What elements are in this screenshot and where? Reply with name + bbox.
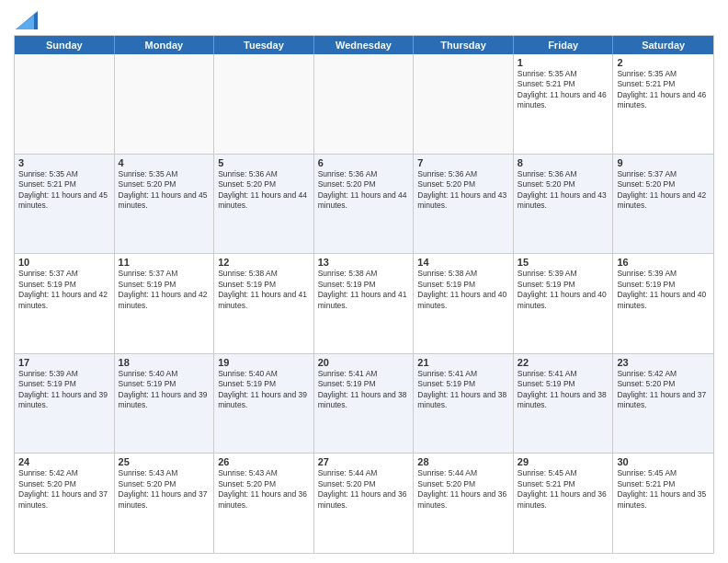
header-day-sunday: Sunday — [15, 36, 115, 54]
day-number: 5 — [218, 157, 310, 168]
calendar-cell-2-1: 11Sunrise: 5:37 AM Sunset: 5:19 PM Dayli… — [115, 254, 215, 353]
cell-info: Sunrise: 5:43 AM Sunset: 5:20 PM Dayligh… — [119, 468, 210, 511]
calendar-cell-1-1: 4Sunrise: 5:35 AM Sunset: 5:20 PM Daylig… — [115, 155, 215, 254]
day-number: 26 — [218, 456, 310, 467]
calendar-row-1: 3Sunrise: 5:35 AM Sunset: 5:21 PM Daylig… — [15, 155, 713, 255]
calendar-cell-0-3 — [314, 54, 415, 154]
day-number: 8 — [518, 157, 609, 168]
header — [14, 9, 714, 29]
cell-info: Sunrise: 5:41 AM Sunset: 5:19 PM Dayligh… — [318, 369, 410, 411]
cell-info: Sunrise: 5:44 AM Sunset: 5:20 PM Dayligh… — [417, 468, 509, 511]
calendar-cell-0-4 — [414, 54, 514, 154]
day-number: 23 — [617, 357, 710, 368]
calendar-cell-0-2 — [214, 54, 314, 154]
calendar-cell-2-5: 15Sunrise: 5:39 AM Sunset: 5:19 PM Dayli… — [514, 254, 614, 353]
calendar-cell-3-1: 18Sunrise: 5:40 AM Sunset: 5:19 PM Dayli… — [115, 354, 215, 454]
day-number: 24 — [18, 456, 110, 467]
page: SundayMondayTuesdayWednesdayThursdayFrid… — [0, 0, 728, 563]
calendar-cell-0-5: 1Sunrise: 5:35 AM Sunset: 5:21 PM Daylig… — [514, 54, 614, 154]
day-number: 13 — [318, 257, 410, 268]
calendar-cell-3-6: 23Sunrise: 5:42 AM Sunset: 5:20 PM Dayli… — [613, 354, 713, 454]
cell-info: Sunrise: 5:35 AM Sunset: 5:21 PM Dayligh… — [18, 169, 110, 212]
calendar-cell-3-5: 22Sunrise: 5:41 AM Sunset: 5:19 PM Dayli… — [514, 354, 614, 454]
header-day-saturday: Saturday — [613, 36, 713, 54]
calendar-row-3: 17Sunrise: 5:39 AM Sunset: 5:19 PM Dayli… — [15, 354, 713, 454]
day-number: 27 — [318, 456, 410, 467]
logo — [14, 13, 38, 29]
day-number: 17 — [18, 357, 110, 368]
cell-info: Sunrise: 5:37 AM Sunset: 5:19 PM Dayligh… — [18, 269, 110, 311]
cell-info: Sunrise: 5:45 AM Sunset: 5:21 PM Dayligh… — [518, 468, 609, 511]
day-number: 30 — [617, 456, 710, 467]
header-day-tuesday: Tuesday — [214, 36, 314, 54]
calendar-cell-2-3: 13Sunrise: 5:38 AM Sunset: 5:19 PM Dayli… — [314, 254, 415, 353]
day-number: 12 — [218, 257, 310, 268]
calendar-cell-3-2: 19Sunrise: 5:40 AM Sunset: 5:19 PM Dayli… — [214, 354, 314, 454]
calendar-cell-0-6: 2Sunrise: 5:35 AM Sunset: 5:21 PM Daylig… — [613, 54, 713, 154]
logo-icon — [16, 11, 38, 29]
cell-info: Sunrise: 5:38 AM Sunset: 5:19 PM Dayligh… — [318, 269, 410, 311]
header-day-thursday: Thursday — [414, 36, 514, 54]
calendar-cell-4-0: 24Sunrise: 5:42 AM Sunset: 5:20 PM Dayli… — [15, 454, 115, 553]
day-number: 25 — [119, 456, 210, 467]
day-number: 29 — [518, 456, 609, 467]
day-number: 22 — [518, 357, 609, 368]
day-number: 9 — [617, 157, 710, 168]
day-number: 7 — [417, 157, 509, 168]
calendar-cell-1-0: 3Sunrise: 5:35 AM Sunset: 5:21 PM Daylig… — [15, 155, 115, 254]
calendar-cell-1-2: 5Sunrise: 5:36 AM Sunset: 5:20 PM Daylig… — [214, 155, 314, 254]
cell-info: Sunrise: 5:43 AM Sunset: 5:20 PM Dayligh… — [218, 468, 310, 511]
cell-info: Sunrise: 5:44 AM Sunset: 5:20 PM Dayligh… — [318, 468, 410, 511]
cell-info: Sunrise: 5:40 AM Sunset: 5:19 PM Dayligh… — [218, 369, 310, 411]
calendar-body: 1Sunrise: 5:35 AM Sunset: 5:21 PM Daylig… — [15, 54, 713, 553]
day-number: 3 — [18, 157, 110, 168]
cell-info: Sunrise: 5:39 AM Sunset: 5:19 PM Dayligh… — [617, 269, 710, 311]
calendar-row-2: 10Sunrise: 5:37 AM Sunset: 5:19 PM Dayli… — [15, 254, 713, 354]
cell-info: Sunrise: 5:36 AM Sunset: 5:20 PM Dayligh… — [518, 169, 609, 212]
cell-info: Sunrise: 5:36 AM Sunset: 5:20 PM Dayligh… — [417, 169, 509, 212]
calendar: SundayMondayTuesdayWednesdayThursdayFrid… — [14, 35, 714, 554]
day-number: 1 — [518, 57, 609, 68]
cell-info: Sunrise: 5:41 AM Sunset: 5:19 PM Dayligh… — [417, 369, 509, 411]
day-number: 4 — [119, 157, 210, 168]
day-number: 6 — [318, 157, 410, 168]
header-day-monday: Monday — [115, 36, 215, 54]
cell-info: Sunrise: 5:41 AM Sunset: 5:19 PM Dayligh… — [518, 369, 609, 411]
calendar-cell-4-5: 29Sunrise: 5:45 AM Sunset: 5:21 PM Dayli… — [514, 454, 614, 553]
calendar-cell-3-0: 17Sunrise: 5:39 AM Sunset: 5:19 PM Dayli… — [15, 354, 115, 454]
day-number: 16 — [617, 257, 710, 268]
calendar-cell-0-1 — [115, 54, 215, 154]
calendar-cell-4-3: 27Sunrise: 5:44 AM Sunset: 5:20 PM Dayli… — [314, 454, 415, 553]
day-number: 11 — [119, 257, 210, 268]
calendar-row-4: 24Sunrise: 5:42 AM Sunset: 5:20 PM Dayli… — [15, 454, 713, 553]
calendar-cell-0-0 — [15, 54, 115, 154]
calendar-cell-4-6: 30Sunrise: 5:45 AM Sunset: 5:21 PM Dayli… — [613, 454, 713, 553]
day-number: 2 — [617, 57, 710, 68]
cell-info: Sunrise: 5:35 AM Sunset: 5:21 PM Dayligh… — [518, 69, 609, 111]
cell-info: Sunrise: 5:37 AM Sunset: 5:20 PM Dayligh… — [617, 169, 710, 212]
svg-marker-1 — [16, 15, 34, 29]
cell-info: Sunrise: 5:39 AM Sunset: 5:19 PM Dayligh… — [518, 269, 609, 311]
calendar-cell-1-6: 9Sunrise: 5:37 AM Sunset: 5:20 PM Daylig… — [613, 155, 713, 254]
cell-info: Sunrise: 5:40 AM Sunset: 5:19 PM Dayligh… — [119, 369, 210, 411]
cell-info: Sunrise: 5:35 AM Sunset: 5:20 PM Dayligh… — [119, 169, 210, 212]
cell-info: Sunrise: 5:38 AM Sunset: 5:19 PM Dayligh… — [218, 269, 310, 311]
calendar-cell-4-1: 25Sunrise: 5:43 AM Sunset: 5:20 PM Dayli… — [115, 454, 215, 553]
cell-info: Sunrise: 5:36 AM Sunset: 5:20 PM Dayligh… — [218, 169, 310, 212]
header-day-friday: Friday — [514, 36, 614, 54]
day-number: 20 — [318, 357, 410, 368]
day-number: 14 — [417, 257, 509, 268]
calendar-cell-4-2: 26Sunrise: 5:43 AM Sunset: 5:20 PM Dayli… — [214, 454, 314, 553]
cell-info: Sunrise: 5:42 AM Sunset: 5:20 PM Dayligh… — [18, 468, 110, 511]
day-number: 28 — [417, 456, 509, 467]
calendar-cell-2-2: 12Sunrise: 5:38 AM Sunset: 5:19 PM Dayli… — [214, 254, 314, 353]
calendar-cell-4-4: 28Sunrise: 5:44 AM Sunset: 5:20 PM Dayli… — [414, 454, 514, 553]
calendar-cell-3-4: 21Sunrise: 5:41 AM Sunset: 5:19 PM Dayli… — [414, 354, 514, 454]
cell-info: Sunrise: 5:42 AM Sunset: 5:20 PM Dayligh… — [617, 369, 710, 411]
day-number: 21 — [417, 357, 509, 368]
header-day-wednesday: Wednesday — [314, 36, 415, 54]
cell-info: Sunrise: 5:38 AM Sunset: 5:19 PM Dayligh… — [417, 269, 509, 311]
calendar-cell-2-6: 16Sunrise: 5:39 AM Sunset: 5:19 PM Dayli… — [613, 254, 713, 353]
calendar-cell-1-3: 6Sunrise: 5:36 AM Sunset: 5:20 PM Daylig… — [314, 155, 415, 254]
cell-info: Sunrise: 5:39 AM Sunset: 5:19 PM Dayligh… — [18, 369, 110, 411]
